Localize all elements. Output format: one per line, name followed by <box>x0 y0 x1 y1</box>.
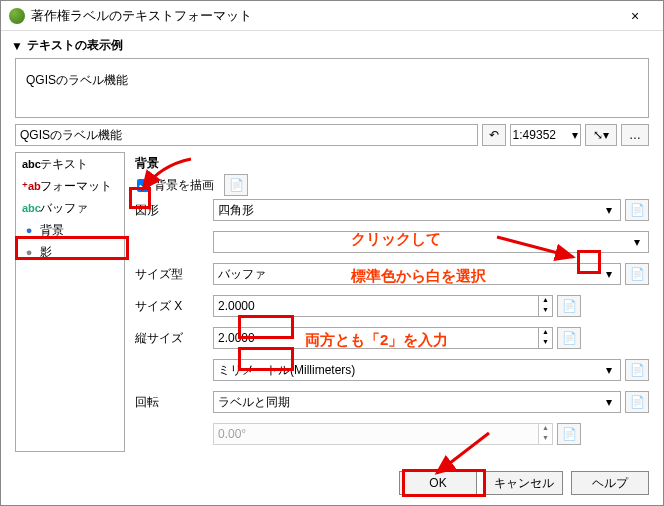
sidebar-item-format[interactable]: ⁺ab フォーマット <box>16 175 124 197</box>
window-title: 著作権ラベルのテキストフォーマット <box>31 7 615 25</box>
data-override-button[interactable]: 📄 <box>557 327 581 349</box>
shadow-icon: ● <box>22 246 36 258</box>
chevron-down-icon: ▾ <box>602 363 616 377</box>
sidebar-item-background[interactable]: ● 背景 <box>16 219 124 241</box>
scale-value: 1:49352 <box>513 128 556 142</box>
draw-background-checkbox[interactable] <box>137 179 150 192</box>
pick-button[interactable]: ⤡▾ <box>585 124 617 146</box>
data-override-button[interactable]: 📄 <box>557 295 581 317</box>
chevron-down-icon: ▾ <box>603 128 609 142</box>
sidebar-item-label: 影 <box>40 244 52 261</box>
more-button[interactable]: … <box>621 124 649 146</box>
override-icon: 📄 <box>562 427 577 441</box>
draw-background-label: 背景を描画 <box>154 177 214 194</box>
chevron-down-icon: ▾ <box>602 395 616 409</box>
sidebar-item-label: テキスト <box>40 156 88 173</box>
override-icon: 📄 <box>630 395 645 409</box>
sidebar-item-label: フォーマット <box>40 178 112 195</box>
preview-box: QGISのラベル機能 <box>15 58 649 118</box>
data-override-button[interactable]: 📄 <box>625 359 649 381</box>
dialog-buttons: OK キャンセル ヘルプ <box>399 471 649 495</box>
undo-button[interactable]: ↶ <box>482 124 506 146</box>
chevron-down-icon: ▾ <box>602 203 616 217</box>
scale-selector[interactable]: 1:49352 ▾ <box>510 124 581 146</box>
settings-pane: 背景 背景を描画 📄 図形 四角形▾ 📄 ▾ サイズ型 バッファ▾ 📄 <box>125 152 649 452</box>
shape-dropdown[interactable]: 四角形▾ <box>213 199 621 221</box>
preview-section-header[interactable]: ▼ テキストの表示例 <box>1 31 663 56</box>
data-override-button[interactable]: 📄 <box>625 391 649 413</box>
spin-down-icon[interactable]: ▼ <box>538 338 552 348</box>
override-icon: 📄 <box>630 363 645 377</box>
collapse-icon: ▼ <box>11 39 23 53</box>
chevron-down-icon: ▾ <box>572 128 578 142</box>
pointer-icon: ⤡ <box>593 128 603 142</box>
data-override-button[interactable]: 📄 <box>224 174 248 196</box>
data-override-button[interactable]: 📄 <box>625 199 649 221</box>
spin-down-icon[interactable]: ▼ <box>538 306 552 316</box>
text-icon: abc <box>22 158 36 170</box>
preview-header-label: テキストの表示例 <box>27 37 123 54</box>
undo-icon: ↶ <box>489 128 499 142</box>
sidebar-item-text[interactable]: abc テキスト <box>16 153 124 175</box>
data-override-button[interactable]: 📄 <box>557 423 581 445</box>
override-icon: 📄 <box>630 267 645 281</box>
preview-text: QGISのラベル機能 <box>26 73 128 87</box>
text-toolbar: ↶ 1:49352 ▾ ⤡▾ … <box>15 124 649 146</box>
titlebar: 著作権ラベルのテキストフォーマット × <box>1 1 663 31</box>
rotation-label: 回転 <box>135 394 213 411</box>
size-type-dropdown[interactable]: バッファ▾ <box>213 263 621 285</box>
help-button[interactable]: ヘルプ <box>571 471 649 495</box>
size-x-label: サイズ X <box>135 298 213 315</box>
background-icon: ● <box>22 224 36 236</box>
chevron-down-icon: ▾ <box>602 267 616 281</box>
ok-button[interactable]: OK <box>399 471 477 495</box>
close-button[interactable]: × <box>615 8 655 24</box>
buffer-icon: abc <box>22 202 36 214</box>
size-y-spinner[interactable]: ▲▼ <box>213 327 553 349</box>
shape-label: 図形 <box>135 202 213 219</box>
size-type-label: サイズ型 <box>135 266 213 283</box>
unit-dropdown[interactable]: ミリメートル(Millimeters)▾ <box>213 359 621 381</box>
chevron-down-icon: ▾ <box>630 235 644 249</box>
cancel-button[interactable]: キャンセル <box>485 471 563 495</box>
app-icon <box>9 8 25 24</box>
override-icon: 📄 <box>562 299 577 313</box>
data-override-button[interactable]: 📄 <box>625 263 649 285</box>
override-icon: 📄 <box>630 203 645 217</box>
sidebar-item-buffer[interactable]: abc バッファ <box>16 197 124 219</box>
category-sidebar: abc テキスト ⁺ab フォーマット abc バッファ ● 背景 ● 影 <box>15 152 125 452</box>
angle-spinner: ▲▼ <box>213 423 553 445</box>
override-icon: 📄 <box>562 331 577 345</box>
format-icon: ⁺ab <box>22 180 36 193</box>
override-icon: 📄 <box>229 178 244 192</box>
pane-title: 背景 <box>135 155 159 172</box>
sidebar-item-label: 背景 <box>40 222 64 239</box>
fill-style-dropdown[interactable]: ▾ <box>213 231 649 253</box>
rotation-dropdown[interactable]: ラベルと同期▾ <box>213 391 621 413</box>
size-y-label: 縦サイズ <box>135 330 213 347</box>
spin-up-icon[interactable]: ▲ <box>538 296 552 306</box>
size-x-spinner[interactable]: ▲▼ <box>213 295 553 317</box>
label-text-input[interactable] <box>15 124 478 146</box>
sidebar-item-label: バッファ <box>40 200 88 217</box>
spin-up-icon[interactable]: ▲ <box>538 328 552 338</box>
sidebar-item-shadow[interactable]: ● 影 <box>16 241 124 263</box>
